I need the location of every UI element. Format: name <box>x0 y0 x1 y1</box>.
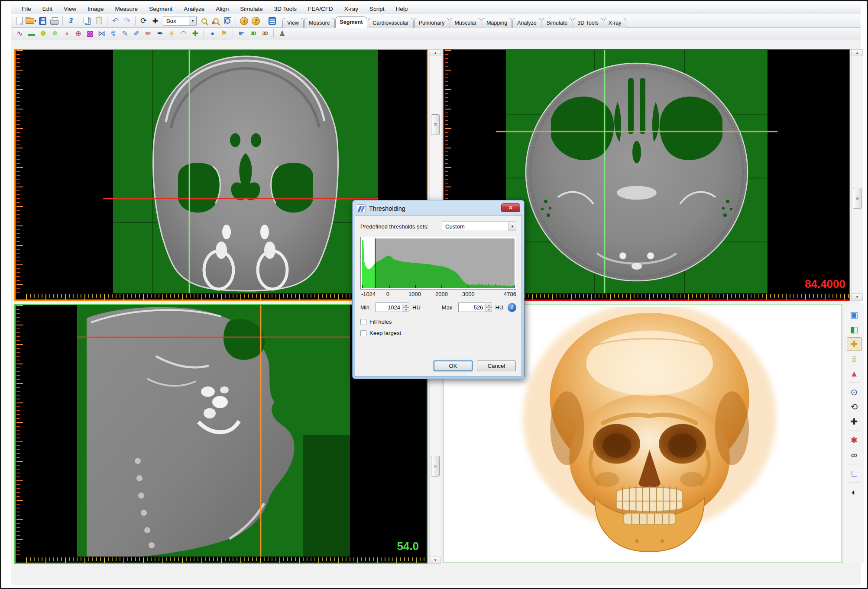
boolean-operations-icon[interactable]: ⊕ <box>73 28 84 39</box>
edit-mask-pencil-icon[interactable]: ✎ <box>120 28 130 39</box>
calculate-polylines-icon[interactable]: ❄ <box>49 28 60 39</box>
spin-up-icon[interactable]: ▲ <box>486 303 492 307</box>
region-growing-icon[interactable]: ✽ <box>38 28 49 39</box>
tab-3d-tools[interactable]: 3D Tools <box>573 18 603 28</box>
zoom-icon[interactable] <box>198 16 210 26</box>
min-spinner[interactable]: ▲▼ <box>403 303 409 312</box>
edit-masks-icon[interactable]: ▩ <box>84 28 95 39</box>
min-threshold-input[interactable] <box>376 303 402 312</box>
scroll-down-icon[interactable] <box>430 557 441 563</box>
info-icon[interactable]: i <box>508 303 516 312</box>
axial-scrollbar[interactable] <box>851 49 863 301</box>
menu-measure[interactable]: Measure <box>110 4 144 13</box>
menu-align[interactable]: Align <box>210 4 234 13</box>
menu-view[interactable]: View <box>58 4 82 13</box>
menu-simulate[interactable]: Simulate <box>234 4 269 13</box>
color-prism-icon[interactable]: ▲ <box>847 367 862 380</box>
ok-button[interactable]: OK <box>434 360 473 371</box>
smart-fill-icon[interactable]: ✳ <box>166 28 177 39</box>
edit-mask-erase-icon[interactable]: ✏ <box>143 28 154 39</box>
coronal-slice-slider[interactable] <box>431 114 440 135</box>
tab-cardiovascular[interactable]: Cardiovascular <box>368 18 413 28</box>
axial-crosshair-horizontal[interactable] <box>496 131 777 132</box>
menu-image[interactable]: Image <box>82 4 110 13</box>
pan-3d-icon[interactable]: ✚ <box>847 415 862 428</box>
menu-analyze[interactable]: Analyze <box>178 4 210 13</box>
calculate-part-icon[interactable]: ✚ <box>190 28 201 39</box>
menu-file[interactable]: File <box>16 4 37 13</box>
preset-dropdown[interactable]: Custom ▼ <box>442 222 516 231</box>
menu-fea-cfd[interactable]: FEA/CFD <box>302 4 339 13</box>
clipping-box-icon[interactable]: ◧ <box>847 322 862 336</box>
close-icon[interactable]: ✕ <box>501 203 520 212</box>
sagittal-crosshair-vertical[interactable] <box>260 305 261 557</box>
project-panel-icon[interactable] <box>266 16 278 26</box>
edit-mask-draw-icon[interactable]: ✐ <box>131 28 142 39</box>
edit-3d-icon[interactable]: 3D <box>259 28 270 39</box>
menu-x-ray[interactable]: X-ray <box>339 4 364 13</box>
coronal-crosshair-horizontal[interactable] <box>103 198 379 199</box>
visibility-icon[interactable]: ⊙ <box>847 385 862 399</box>
reset-view-icon[interactable]: ⟳ <box>138 16 149 26</box>
tab-view[interactable]: View <box>282 18 304 28</box>
scene-layout-icon[interactable]: ▣ <box>847 308 862 322</box>
print-icon[interactable] <box>49 16 60 26</box>
ortho-views-icon[interactable]: ✚ <box>847 337 862 351</box>
menu-3d-tools[interactable]: 3D Tools <box>269 4 302 13</box>
chevron-down-icon[interactable]: ▼ <box>508 222 516 231</box>
smooth-mask-icon[interactable]: ◠ <box>178 28 189 39</box>
multiple-slice-edit-icon[interactable]: ⋈ <box>96 28 107 39</box>
tab-x-ray[interactable]: X-ray <box>604 18 626 28</box>
label-icon[interactable]: ⚑ <box>219 28 230 39</box>
scroll-up-icon[interactable] <box>852 49 863 56</box>
dialog-titlebar[interactable]: Thresholding <box>355 202 522 215</box>
tab-pulmonary[interactable]: Pulmonary <box>414 18 450 28</box>
tab-mapping[interactable]: Mapping <box>482 18 512 28</box>
contrast-icon[interactable]: ◐ <box>847 485 862 499</box>
thresholding-dialog[interactable]: Thresholding ✕ Predefined thresholds set… <box>352 200 525 379</box>
pan-icon[interactable]: ✚ <box>149 16 161 26</box>
spin-down-icon[interactable]: ▼ <box>403 307 409 312</box>
export-3matic-icon[interactable]: 3 <box>65 16 77 26</box>
thresholding-icon[interactable]: ∿ <box>14 28 25 39</box>
info-icon[interactable]: i <box>238 16 250 26</box>
coronal-crosshair-vertical[interactable] <box>189 50 190 293</box>
redo-icon[interactable]: ↷ <box>121 16 133 26</box>
tab-simulate[interactable]: Simulate <box>542 18 573 28</box>
simulate-hand-icon[interactable]: ☛ <box>236 28 247 39</box>
axial-slice-slider[interactable] <box>853 188 862 209</box>
copy-icon[interactable] <box>81 16 93 26</box>
sagittal-crosshair-horizontal[interactable] <box>77 337 350 338</box>
cancel-button[interactable]: Cancel <box>477 360 516 371</box>
voxel-grid-icon[interactable]: ⣿ <box>847 352 862 366</box>
undo-icon[interactable]: ↶ <box>110 16 121 26</box>
mask-3d-preview-icon[interactable]: ● <box>207 28 218 39</box>
save-icon[interactable] <box>37 16 49 26</box>
menu-script[interactable]: Script <box>364 4 390 13</box>
tab-analyze[interactable]: Analyze <box>512 18 541 28</box>
menu-segment[interactable]: Segment <box>143 4 178 13</box>
menu-edit[interactable]: Edit <box>37 4 58 13</box>
keep-largest-checkbox[interactable] <box>360 330 366 336</box>
menu-help[interactable]: Help <box>390 4 414 13</box>
tab-segment[interactable]: Segment <box>335 16 368 28</box>
axes-icon[interactable]: ✱ <box>847 433 862 447</box>
tab-muscular[interactable]: Muscular <box>450 18 481 28</box>
scroll-down-icon[interactable] <box>852 293 863 300</box>
context-help-icon[interactable]: ? <box>250 16 262 26</box>
paste-icon[interactable] <box>93 16 105 26</box>
threshold-histogram[interactable] <box>360 237 516 290</box>
sagittal-slice-slider[interactable] <box>431 456 440 476</box>
max-spinner[interactable]: ▲▼ <box>486 303 492 312</box>
zoom-mode-dropdown[interactable]: Box ▼ <box>163 16 197 26</box>
human-model-icon[interactable]: ♟ <box>277 28 288 39</box>
spin-down-icon[interactable]: ▼ <box>486 307 492 312</box>
dynamic-region-growing-icon[interactable]: ↯ <box>108 28 119 39</box>
profile-line-icon[interactable]: ▬ <box>26 28 37 39</box>
new-document-icon[interactable] <box>13 16 25 26</box>
morphology-operations-icon[interactable]: ◑ <box>61 28 72 39</box>
rotate-3d-icon[interactable]: ⟲ <box>847 400 862 414</box>
view-3d-icon[interactable]: 3D <box>248 28 259 39</box>
spin-up-icon[interactable]: ▲ <box>403 303 409 307</box>
zoom-fit-icon[interactable] <box>222 16 233 26</box>
